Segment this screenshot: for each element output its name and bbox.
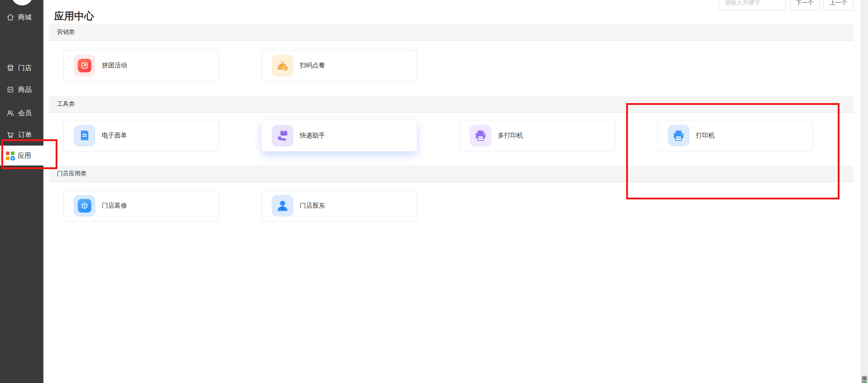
app-center-page: { "page_title": "应用中心", "sidebar": { "it…	[0, 0, 868, 383]
sidebar-item-home[interactable]: 商城	[0, 8, 43, 26]
app-card-waybill[interactable]: 电子面单	[63, 120, 219, 151]
group-buy-icon	[74, 55, 95, 76]
app-name: 拼团活动	[102, 61, 127, 70]
section-title: 门店应用类	[57, 170, 86, 178]
app-name: 打印机	[696, 132, 715, 140]
sidebar-item-label: 会员	[18, 109, 32, 118]
printer-icon	[668, 125, 689, 147]
sidebar-item-label: 订单	[18, 131, 32, 139]
sidebar-item-storefront[interactable]: 门店	[0, 59, 43, 77]
section-header: 工具类	[49, 96, 854, 113]
app-card-store-decoration[interactable]: 门店装修	[63, 190, 219, 222]
sidebar-item-label: 应用	[18, 151, 31, 160]
sidebar-item-cart[interactable]: 订单	[0, 126, 43, 144]
app-name: 电子面单	[102, 132, 127, 140]
search-input[interactable]	[719, 0, 786, 11]
sidebar-item-goods[interactable]: 商品	[0, 80, 43, 99]
next-button[interactable]: 下一个	[790, 0, 820, 11]
page-title: 应用中心	[54, 9, 94, 23]
app-name: 门店装修	[102, 202, 127, 210]
apps-icon	[6, 151, 14, 160]
home-icon	[6, 13, 15, 22]
members-icon	[6, 109, 15, 118]
app-card-group-buy[interactable]: 拼团活动	[63, 50, 219, 81]
multi-printer-icon	[470, 125, 491, 147]
store-decoration-icon	[74, 195, 95, 217]
goods-icon	[6, 85, 15, 94]
sidebar-item-label: 商城	[18, 13, 32, 22]
sidebar-item-members[interactable]: 会员	[0, 104, 43, 122]
section-header: 营销类	[49, 24, 854, 41]
avatar[interactable]	[11, 0, 33, 5]
section-title: 营销类	[57, 28, 75, 36]
sidebar-item-label: 门店	[18, 64, 32, 72]
scrollbar-thumb[interactable]	[862, 376, 867, 382]
app-name: 门店股东	[300, 202, 325, 210]
express-helper-icon	[272, 125, 293, 147]
store-shareholder-icon	[272, 195, 293, 217]
waybill-icon	[74, 125, 95, 147]
sidebar: 商城门店商品会员订单应用	[0, 0, 43, 383]
storefront-icon	[6, 63, 15, 72]
app-card-multi-printer[interactable]: 多打印机	[459, 120, 615, 151]
sidebar-item-label: 商品	[18, 85, 32, 94]
app-name: 快递助手	[300, 132, 325, 140]
sidebar-item-apps[interactable]: 应用	[0, 146, 43, 165]
scrollbar-track[interactable]	[861, 0, 868, 383]
section-title: 工具类	[57, 100, 75, 108]
app-card-printer[interactable]: 打印机	[657, 120, 813, 151]
cart-icon	[6, 130, 15, 139]
prev-button[interactable]: 上一个	[823, 0, 854, 11]
app-card-store-shareholder[interactable]: 门店股东	[261, 190, 417, 222]
app-name: 扫码点餐	[300, 61, 325, 70]
section-header: 门店应用类	[49, 165, 854, 182]
app-card-express-helper[interactable]: 快递助手	[261, 120, 417, 151]
app-name: 多打印机	[498, 132, 523, 140]
app-card-scan-order[interactable]: 扫码点餐	[261, 50, 417, 81]
scan-order-icon	[272, 55, 293, 76]
